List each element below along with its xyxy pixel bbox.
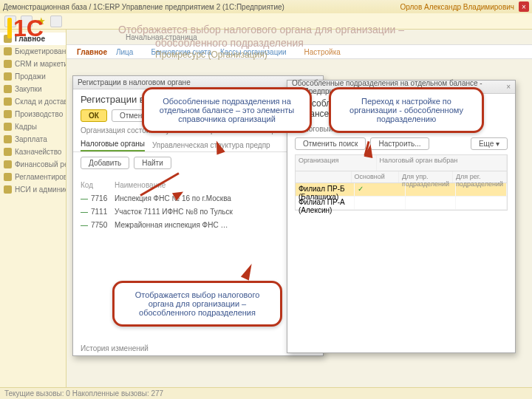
overlay-subtext: Промресурс (Организация)	[155, 50, 267, 60]
overlay-text-2: обособленного подразделения	[155, 37, 304, 49]
table-row[interactable]: —7111Участок 7111 ИФНС №8 по Тульск	[81, 205, 316, 218]
table-row[interactable]: —7716Инспекция ФНС № 16 по г.Москва	[81, 191, 316, 205]
add-button[interactable]: Добавить	[81, 157, 129, 169]
close-icon[interactable]: ×	[506, 83, 511, 91]
sidebar-item-label: Финансовый результат и контроллинг	[15, 160, 66, 168]
overlay-text-1: Отображается выбор налогового органа для…	[118, 24, 404, 35]
logo-1c: 1C	[7, 15, 44, 42]
history-link[interactable]: История изменений	[81, 344, 149, 352]
callout-right: Переход к настройке по организации - обо…	[329, 87, 484, 133]
section-icon	[4, 60, 12, 68]
callout-top: Обособленные подразделения на отдельном …	[142, 87, 312, 133]
sidebar-item-label: Закупки	[15, 85, 41, 93]
section-icon	[4, 185, 12, 194]
subcol-main: Основной	[352, 171, 399, 183]
sidebar-item-label: Бюджетирование и планирование	[15, 47, 66, 55]
ok-button[interactable]: ОК	[81, 109, 107, 122]
tab[interactable]: Настройка	[304, 48, 341, 56]
section-icon	[4, 98, 12, 106]
toolbar-button[interactable]	[50, 16, 62, 27]
sidebar-item[interactable]: CRM и маркетинг	[0, 58, 66, 70]
window-title: Демонстрационная база / 1С:ERP Управлени…	[3, 3, 284, 11]
sidebar-item-label: Регламентированный учет	[15, 173, 66, 181]
cancel-search-button[interactable]: Отменить поиск	[295, 137, 366, 150]
sidebar-item[interactable]: Зарплата	[0, 133, 66, 146]
section-icon	[4, 85, 12, 93]
tax-table: Код Наименование —7716Инспекция ФНС № 16…	[73, 174, 323, 236]
section-icon	[4, 72, 12, 81]
close-icon[interactable]: ×	[519, 1, 529, 12]
section-icon	[4, 173, 12, 181]
sidebar-item-label: Продажи	[15, 72, 46, 81]
col-org: Организация	[296, 155, 377, 171]
subcol-reg: Для рег. подразделений	[453, 171, 507, 183]
tab[interactable]: Лица	[116, 48, 133, 56]
col-code: Код	[81, 181, 115, 189]
section-icon	[4, 123, 12, 131]
tab[interactable]: Главное	[77, 48, 107, 56]
more-button[interactable]: Еще ▾	[471, 137, 508, 150]
sidebar-item-label: Казначейство	[15, 148, 61, 156]
sidebar-item-label: Зарплата	[15, 135, 47, 143]
callout-bottom: Отображается выбор налогового органа для…	[112, 281, 282, 327]
titlebar: Демонстрационная база / 1С:ERP Управлени…	[0, 0, 532, 13]
sidebar-item-label: Кадры	[15, 123, 37, 131]
sidebar-item-label: Производство	[15, 110, 63, 118]
configure-button[interactable]: Настроить...	[370, 137, 429, 150]
section-icon	[4, 110, 12, 118]
section-icon	[4, 160, 12, 168]
find-button[interactable]: Найти	[134, 157, 171, 169]
sidebar-item[interactable]: Казначейство	[0, 146, 66, 158]
sidebar-item[interactable]: Склад и доставка	[0, 95, 66, 108]
statusbar: Текущие вызовы: 0 Накопленные вызовы: 27…	[0, 387, 532, 399]
sidebar-item-label: Склад и доставка	[15, 98, 66, 106]
table-row[interactable]: —7750Межрайонная инспекция ФНС …	[81, 218, 316, 231]
sidebar-item[interactable]: Закупки	[0, 83, 66, 95]
col-selected: Налоговый орган выбран	[377, 155, 508, 171]
sidebar-item-label: CRM и маркетинг	[15, 60, 66, 68]
sidebar-item[interactable]: Кадры	[0, 120, 66, 133]
tab-tax[interactable]: Налоговые органы	[81, 140, 145, 151]
modal-title: Регистрации в налоговом органе	[78, 78, 191, 86]
section-icon	[4, 148, 12, 156]
sidebar-item[interactable]: Продажи	[0, 70, 66, 83]
sidebar-item[interactable]: Регламентированный учет	[0, 171, 66, 183]
section-icon	[4, 47, 12, 55]
sidebar-item[interactable]: Бюджетирование и планирование	[0, 45, 66, 58]
org-grid: Организация Налоговый орган выбран Основ…	[295, 154, 508, 211]
sidebar-item[interactable]: НСИ и администрирование	[0, 183, 66, 196]
sidebar-item-label: НСИ и администрирование	[15, 185, 66, 194]
sidebar-item[interactable]: Производство	[0, 108, 66, 120]
section-icon	[4, 135, 12, 143]
table-row[interactable]: Филиал ПР-Б (Балашиха)✓	[296, 183, 507, 197]
sidebar: ГлавноеБюджетирование и планированиеCRM …	[0, 30, 66, 387]
status-text: Текущие вызовы: 0 Накопленные вызовы: 27…	[4, 389, 163, 398]
col-name: Наименование	[115, 181, 316, 189]
tab-structure[interactable]: Управленческая структура предпр	[152, 141, 270, 151]
main-area: Начальная страница ГлавноеЛицаБанковские…	[66, 30, 532, 387]
subcol-mgmt: Для упр. подразделений	[399, 171, 453, 183]
user-label[interactable]: Орлов Александр Владимирович	[400, 3, 514, 11]
table-row[interactable]: Филиал ПР-А (Алексин)	[296, 197, 507, 210]
sidebar-item[interactable]: Финансовый результат и контроллинг	[0, 158, 66, 171]
